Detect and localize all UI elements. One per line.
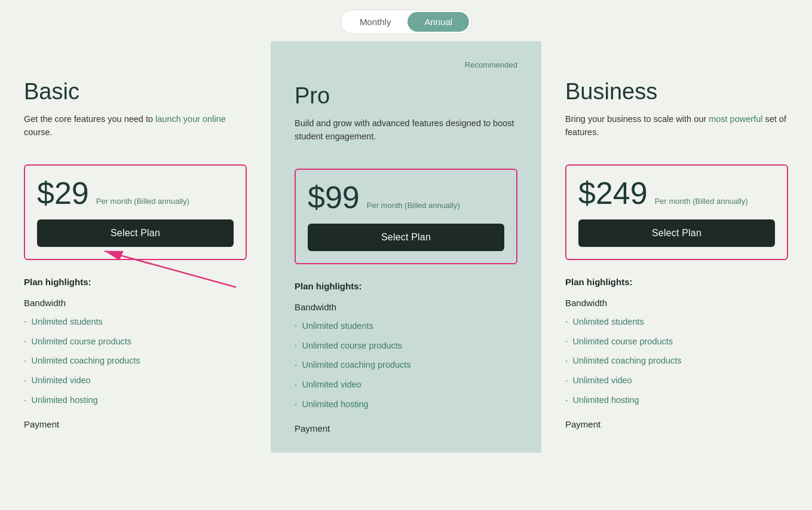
business-plan-name: Business [565, 80, 788, 105]
business-plan-column: Business Bring your business to scale wi… [541, 41, 812, 453]
basic-bandwidth-title: Bandwidth [24, 298, 247, 308]
pro-plan-description: Build and grow with advanced features de… [295, 117, 517, 152]
basic-price: $29 [37, 178, 89, 209]
business-feature-list: ·Unlimited students ·Unlimited course pr… [565, 316, 788, 406]
pro-price-row: $99 Per month (Billed annually) [308, 182, 504, 213]
list-item: ·Unlimited hosting [565, 395, 788, 406]
basic-payment-label: Payment [24, 419, 247, 429]
pro-select-button[interactable]: Select Plan [308, 224, 504, 251]
pro-bandwidth-title: Bandwidth [295, 302, 517, 312]
business-price-note: Per month (Billed annually) [655, 197, 748, 206]
list-item: ·Unlimited course products [565, 336, 788, 347]
list-item: ·Unlimited students [295, 320, 517, 332]
list-item: ·Unlimited coaching products [565, 355, 788, 367]
bullet-icon: · [24, 317, 26, 326]
list-item: ·Unlimited hosting [295, 399, 517, 410]
basic-plan-column: Basic Get the core features you need to … [0, 41, 271, 453]
basic-plan-description: Get the core features you need to launch… [24, 113, 247, 148]
billing-toggle-bar: Monthly Annual [0, 0, 812, 41]
basic-price-row: $29 Per month (Billed annually) [37, 178, 234, 209]
business-plan-description: Bring your business to scale with our mo… [565, 113, 788, 148]
basic-plan-name: Basic [24, 80, 247, 105]
annual-toggle-button[interactable]: Annual [407, 12, 469, 32]
bullet-icon: · [565, 356, 568, 366]
pro-highlights-label: Plan highlights: [295, 281, 517, 291]
recommended-label: Recommended [295, 60, 517, 69]
business-highlights-label: Plan highlights: [565, 277, 788, 287]
bullet-icon: · [295, 400, 297, 410]
pricing-section: Basic Get the core features you need to … [0, 41, 812, 453]
bullet-icon: · [295, 361, 297, 370]
list-item: ·Unlimited coaching products [24, 355, 247, 367]
pro-plan-name: Pro [295, 84, 517, 109]
business-bandwidth-title: Bandwidth [565, 298, 788, 308]
list-item: ·Unlimited video [565, 375, 788, 386]
business-price-row: $249 Per month (Billed annually) [578, 178, 775, 209]
basic-select-button[interactable]: Select Plan [37, 219, 234, 247]
pro-price-button-wrapper: $99 Per month (Billed annually) Select P… [295, 169, 517, 264]
billing-toggle: Monthly Annual [341, 10, 471, 34]
list-item: ·Unlimited students [565, 316, 788, 328]
business-payment-label: Payment [565, 419, 788, 429]
bullet-icon: · [295, 341, 297, 350]
business-price: $249 [578, 178, 648, 209]
basic-highlights-label: Plan highlights: [24, 277, 247, 287]
pro-feature-list: ·Unlimited students ·Unlimited course pr… [295, 320, 517, 410]
bullet-icon: · [295, 380, 297, 390]
list-item: ·Unlimited video [295, 379, 517, 390]
bullet-icon: · [24, 376, 26, 386]
bullet-icon: · [565, 317, 568, 326]
pro-plan-column: Recommended Pro Build and grow with adva… [271, 41, 541, 453]
list-item: ·Unlimited course products [24, 336, 247, 347]
bullet-icon: · [565, 337, 568, 346]
list-item: ·Unlimited video [24, 375, 247, 386]
list-item: ·Unlimited students [24, 316, 247, 328]
list-item: ·Unlimited hosting [24, 395, 247, 406]
business-price-button-wrapper: $249 Per month (Billed annually) Select … [565, 164, 788, 260]
bullet-icon: · [24, 337, 26, 346]
bullet-icon: · [295, 321, 297, 331]
bullet-icon: · [565, 396, 568, 405]
pro-price-note: Per month (Billed annually) [367, 201, 460, 210]
pro-price: $99 [308, 182, 360, 213]
bullet-icon: · [24, 396, 26, 405]
business-select-button[interactable]: Select Plan [578, 219, 775, 247]
basic-feature-list: ·Unlimited students ·Unlimited course pr… [24, 316, 247, 406]
bullet-icon: · [565, 376, 568, 386]
list-item: ·Unlimited course products [295, 340, 517, 352]
bullet-icon: · [24, 356, 26, 366]
pro-payment-label: Payment [295, 423, 517, 433]
monthly-toggle-button[interactable]: Monthly [343, 12, 408, 32]
basic-price-note: Per month (Billed annually) [96, 197, 189, 206]
basic-price-button-wrapper: $29 Per month (Billed annually) Select P… [24, 164, 247, 260]
list-item: ·Unlimited coaching products [295, 359, 517, 371]
